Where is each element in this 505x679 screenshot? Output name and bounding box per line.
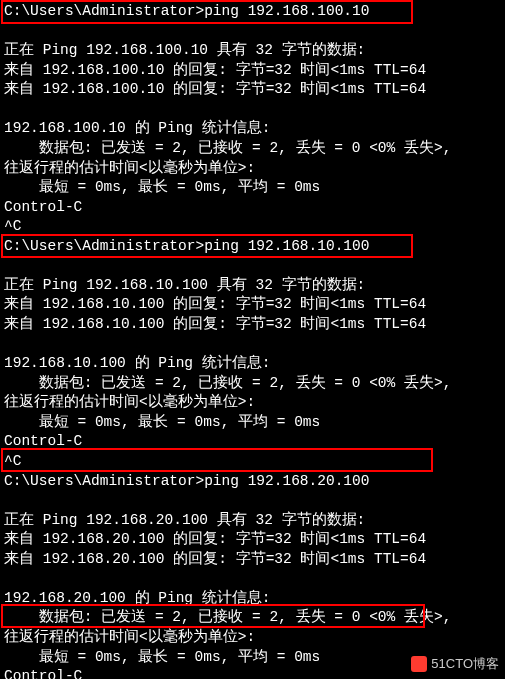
terminal-line: 最短 = 0ms, 最长 = 0ms, 平均 = 0ms (4, 413, 501, 433)
terminal-line: 正在 Ping 192.168.100.10 具有 32 字节的数据: (4, 41, 501, 61)
terminal-line: C:\Users\Administrator>ping 192.168.10.1… (4, 237, 501, 257)
terminal-line: 往返行程的估计时间<以毫秒为单位>: (4, 628, 501, 648)
terminal-line: ^C (4, 217, 501, 237)
terminal-line: 往返行程的估计时间<以毫秒为单位>: (4, 393, 501, 413)
terminal-line: 往返行程的估计时间<以毫秒为单位>: (4, 159, 501, 179)
terminal-line (4, 491, 501, 511)
terminal-line: 192.168.10.100 的 Ping 统计信息: (4, 354, 501, 374)
watermark-text: 51CTO博客 (431, 655, 499, 673)
terminal-line: 192.168.100.10 的 Ping 统计信息: (4, 119, 501, 139)
terminal-line: 来自 192.168.100.10 的回复: 字节=32 时间<1ms TTL=… (4, 61, 501, 81)
terminal-line (4, 569, 501, 589)
terminal-line: 来自 192.168.20.100 的回复: 字节=32 时间<1ms TTL=… (4, 530, 501, 550)
terminal-line: Control-C (4, 198, 501, 218)
terminal-line: C:\Users\Administrator>ping 192.168.100.… (4, 2, 501, 22)
terminal-line (4, 22, 501, 42)
terminal-line: C:\Users\Administrator>ping 192.168.20.1… (4, 472, 501, 492)
terminal-line: 正在 Ping 192.168.20.100 具有 32 字节的数据: (4, 511, 501, 531)
terminal-line: 数据包: 已发送 = 2, 已接收 = 2, 丢失 = 0 <0% 丢失>, (4, 374, 501, 394)
terminal-line: 数据包: 已发送 = 2, 已接收 = 2, 丢失 = 0 <0% 丢失>, (4, 139, 501, 159)
terminal-line: Control-C (4, 432, 501, 452)
terminal-line: 来自 192.168.10.100 的回复: 字节=32 时间<1ms TTL=… (4, 295, 501, 315)
watermark-icon (411, 656, 427, 672)
terminal-line (4, 100, 501, 120)
terminal-line: 来自 192.168.20.100 的回复: 字节=32 时间<1ms TTL=… (4, 550, 501, 570)
watermark: 51CTO博客 (411, 655, 499, 673)
terminal-line: 192.168.20.100 的 Ping 统计信息: (4, 589, 501, 609)
terminal-line: 最短 = 0ms, 最长 = 0ms, 平均 = 0ms (4, 178, 501, 198)
terminal-line (4, 335, 501, 355)
terminal-line (4, 256, 501, 276)
terminal-line: 来自 192.168.10.100 的回复: 字节=32 时间<1ms TTL=… (4, 315, 501, 335)
terminal-output: C:\Users\Administrator>ping 192.168.100.… (4, 2, 501, 679)
terminal-line: ^C (4, 452, 501, 472)
terminal-line: 数据包: 已发送 = 2, 已接收 = 2, 丢失 = 0 <0% 丢失>, (4, 608, 501, 628)
terminal-line: 正在 Ping 192.168.10.100 具有 32 字节的数据: (4, 276, 501, 296)
terminal-line: 来自 192.168.100.10 的回复: 字节=32 时间<1ms TTL=… (4, 80, 501, 100)
